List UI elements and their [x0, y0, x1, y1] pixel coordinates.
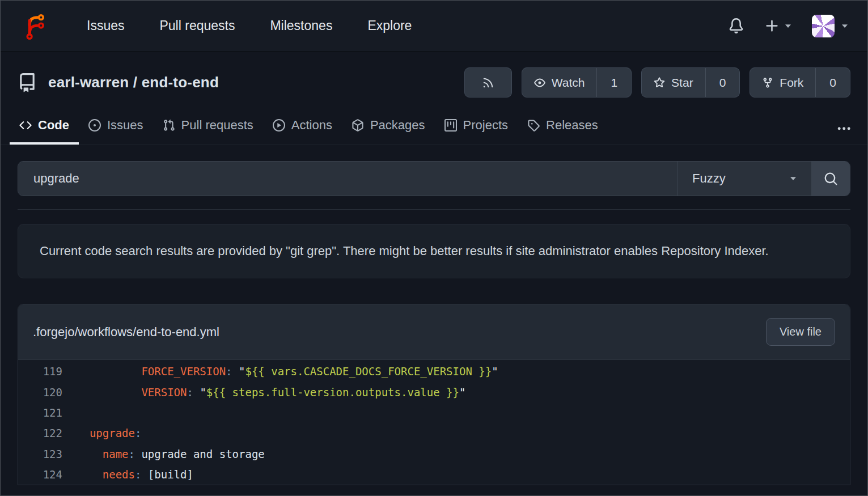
search-notice: Current code search results are provided…: [18, 224, 850, 278]
star-button[interactable]: Star: [642, 68, 705, 97]
tab-pull-requests[interactable]: Pull requests: [153, 110, 263, 145]
tab-releases[interactable]: Releases: [518, 110, 608, 145]
topnav-items: IssuesPull requestsMilestonesExplore: [87, 18, 412, 33]
more-tabs-button[interactable]: [829, 114, 858, 145]
tab-code[interactable]: Code: [10, 110, 79, 145]
tab-label: Releases: [546, 118, 598, 133]
topnav-item-explore[interactable]: Explore: [367, 18, 412, 33]
star-button-group: Star 0: [641, 67, 740, 97]
issue-opened-icon: [88, 119, 101, 132]
search-button[interactable]: [811, 162, 850, 196]
code-line: 121: [18, 402, 850, 423]
line-number: 120: [18, 386, 62, 399]
line-content: upgrade:: [77, 427, 141, 439]
tab-packages[interactable]: Packages: [342, 110, 435, 145]
line-number: 121: [18, 406, 62, 419]
repo-breadcrumb: earl-warren / end-to-end: [48, 74, 219, 91]
line-content: VERSION: "${{ steps.full-version.outputs…: [77, 386, 465, 399]
rss-feed-button[interactable]: [464, 67, 512, 97]
fork-count[interactable]: 0: [815, 68, 850, 97]
code-line: 119 FORCE_VERSION: "${{ vars.CASCADE_DOC…: [18, 361, 850, 381]
divider: [18, 209, 850, 210]
top-navbar: IssuesPull requestsMilestonesExplore: [1, 1, 867, 52]
fork-button-group: Fork 0: [750, 67, 850, 97]
code-line: 122 upgrade:: [18, 423, 850, 443]
kebab-horizontal-icon: [837, 122, 850, 135]
repo-header: earl-warren / end-to-end Watch 1 Star 0 …: [1, 52, 867, 109]
tab-label: Packages: [370, 118, 425, 133]
play-icon: [273, 119, 285, 132]
file-path-link[interactable]: .forgejo/workflows/end-to-end.yml: [33, 325, 219, 340]
chevron-down-icon: [790, 176, 797, 181]
tab-label: Pull requests: [181, 118, 253, 133]
watch-button-group: Watch 1: [522, 67, 632, 97]
git-pull-request-icon: [163, 119, 175, 132]
repo-owner-link[interactable]: earl-warren: [48, 74, 129, 91]
star-count[interactable]: 0: [705, 68, 740, 97]
forgejo-logo-icon[interactable]: [20, 9, 52, 44]
line-number: 119: [18, 365, 62, 378]
line-content: name: upgrade and storage: [77, 448, 265, 460]
repo-separator: /: [129, 74, 141, 91]
view-file-button[interactable]: View file: [766, 318, 835, 346]
chevron-down-icon: [841, 24, 848, 28]
search-result-card: .forgejo/workflows/end-to-end.yml View f…: [18, 304, 850, 485]
project-icon: [444, 119, 457, 132]
tab-label: Code: [38, 118, 69, 133]
eye-icon: [534, 77, 545, 88]
repo-tabs: CodeIssuesPull requestsActionsPackagesPr…: [1, 110, 867, 145]
chevron-down-icon: [785, 24, 791, 28]
file-header: .forgejo/workflows/end-to-end.yml View f…: [18, 304, 850, 360]
plus-icon: [764, 18, 780, 33]
code-line: 120 VERSION: "${{ steps.full-version.out…: [18, 381, 850, 402]
fork-button[interactable]: Fork: [750, 68, 815, 97]
line-content: FORCE_VERSION: "${{ vars.CASCADE_DOCS_FO…: [77, 365, 498, 378]
topnav-item-pull-requests[interactable]: Pull requests: [159, 18, 235, 33]
topnav-right: [729, 15, 848, 37]
bell-icon: [729, 18, 744, 33]
code-line: 123 name: upgrade and storage: [18, 444, 850, 464]
user-menu-button[interactable]: [812, 15, 848, 37]
code-snippet: 119 FORCE_VERSION: "${{ vars.CASCADE_DOC…: [18, 360, 850, 485]
line-number: 123: [18, 448, 62, 460]
line-number: 124: [18, 468, 62, 481]
search-input[interactable]: [18, 162, 677, 196]
line-number: 122: [18, 427, 62, 439]
package-icon: [352, 119, 364, 132]
watch-count[interactable]: 1: [596, 68, 631, 97]
tag-icon: [527, 119, 540, 132]
rss-icon: [482, 77, 494, 89]
code-icon: [19, 119, 32, 132]
star-icon: [654, 77, 665, 88]
code-search-bar: Fuzzy: [18, 161, 850, 196]
tab-projects[interactable]: Projects: [435, 110, 518, 145]
star-label: Star: [671, 76, 693, 90]
code-line: 124 needs: [build]: [18, 464, 850, 485]
tab-label: Issues: [107, 118, 143, 133]
tab-actions[interactable]: Actions: [263, 110, 342, 145]
watch-label: Watch: [552, 76, 585, 90]
repo-name-link[interactable]: end-to-end: [142, 74, 219, 91]
notifications-button[interactable]: [729, 18, 744, 33]
tab-issues[interactable]: Issues: [79, 110, 153, 145]
tab-label: Actions: [291, 118, 332, 133]
fork-label: Fork: [780, 76, 803, 90]
create-new-button[interactable]: [764, 18, 791, 33]
watch-button[interactable]: Watch: [522, 68, 597, 97]
topnav-item-milestones[interactable]: Milestones: [270, 18, 332, 33]
search-icon: [824, 172, 838, 186]
search-mode-value: Fuzzy: [692, 171, 726, 186]
topnav-item-issues[interactable]: Issues: [87, 18, 124, 33]
repo-actions: Watch 1 Star 0 Fork 0: [464, 67, 850, 97]
search-notice-text: Current code search results are provided…: [40, 244, 769, 258]
search-mode-select[interactable]: Fuzzy: [677, 162, 811, 196]
git-fork-icon: [762, 77, 773, 88]
repo-book-icon: [18, 73, 37, 92]
repo-title: earl-warren / end-to-end: [18, 73, 219, 92]
line-content: needs: [build]: [77, 468, 193, 481]
avatar: [812, 15, 835, 37]
tab-label: Projects: [463, 118, 508, 133]
